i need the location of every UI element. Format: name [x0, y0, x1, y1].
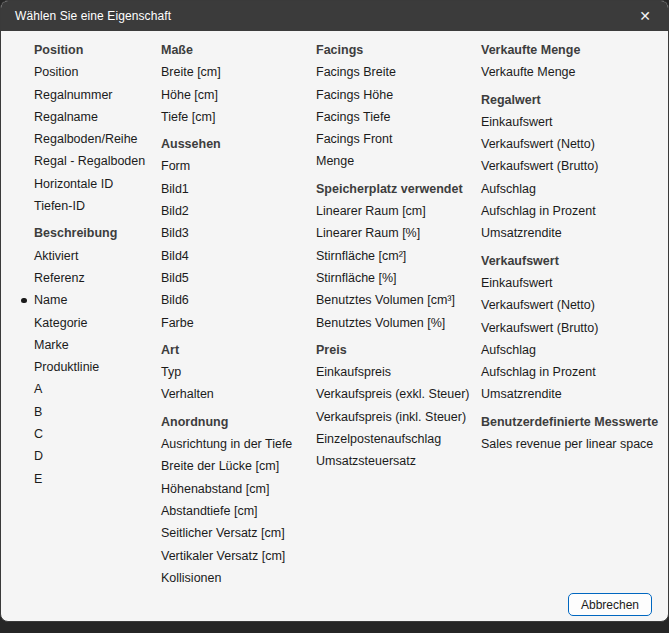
- property-item[interactable]: Bild6: [161, 289, 316, 311]
- property-item[interactable]: Bild4: [161, 245, 316, 267]
- property-item[interactable]: Verhalten: [161, 383, 316, 405]
- property-item[interactable]: Kollisionen: [161, 567, 316, 589]
- property-item[interactable]: Position: [34, 61, 161, 83]
- property-item[interactable]: Höhe [cm]: [161, 84, 316, 106]
- property-item[interactable]: Linearer Raum [%]: [316, 222, 481, 244]
- property-item[interactable]: Bild2: [161, 200, 316, 222]
- property-column: MaßeBreite [cm]Höhe [cm]Tiefe [cm]Ausseh…: [161, 39, 316, 589]
- property-item[interactable]: Kategorie: [34, 312, 161, 334]
- property-item[interactable]: Marke: [34, 334, 161, 356]
- property-item-label: Menge: [316, 154, 354, 168]
- property-item-label: Höhenabstand [cm]: [161, 482, 269, 496]
- property-item[interactable]: Aktiviert: [34, 245, 161, 267]
- property-item[interactable]: Verkaufspreis (exkl. Steuer): [316, 383, 481, 405]
- property-item[interactable]: Name: [34, 289, 161, 311]
- property-item[interactable]: Form: [161, 155, 316, 177]
- property-item[interactable]: C: [34, 423, 161, 445]
- property-item[interactable]: Stirnfläche [cm²]: [316, 245, 481, 267]
- property-item-label: Facings Tiefe: [316, 110, 390, 124]
- dialog-footer: Abbrechen: [568, 593, 652, 616]
- property-item[interactable]: Produktlinie: [34, 356, 161, 378]
- property-item-label: Verkaufspreis (exkl. Steuer): [316, 387, 470, 401]
- property-item[interactable]: Umsatzsteuersatz: [316, 450, 481, 472]
- property-item[interactable]: Menge: [316, 150, 481, 172]
- property-item[interactable]: Regal - Regalboden: [34, 150, 161, 172]
- property-item-label: Höhe [cm]: [161, 88, 218, 102]
- property-item[interactable]: Ausrichtung in der Tiefe: [161, 433, 316, 455]
- property-item[interactable]: Farbe: [161, 312, 316, 334]
- property-item[interactable]: Tiefen-ID: [34, 195, 161, 217]
- property-item[interactable]: Aufschlag in Prozent: [481, 200, 668, 222]
- group-header: Facings: [316, 39, 481, 61]
- property-item[interactable]: Facings Tiefe: [316, 106, 481, 128]
- property-item[interactable]: Tiefe [cm]: [161, 106, 316, 128]
- property-item[interactable]: Benutztes Volumen [cm³]: [316, 289, 481, 311]
- property-item[interactable]: Verkaufswert (Netto): [481, 133, 668, 155]
- property-column: PositionPositionRegalnummerRegalnameRega…: [34, 39, 161, 589]
- property-item-label: Verkaufspreis (inkl. Steuer): [316, 410, 466, 424]
- property-item[interactable]: Verkaufte Menge: [481, 61, 668, 83]
- property-item-label: Einzelpostenaufschlag: [316, 432, 441, 446]
- property-item[interactable]: Regalname: [34, 106, 161, 128]
- property-item[interactable]: Einkaufspreis: [316, 361, 481, 383]
- property-item[interactable]: Bild3: [161, 222, 316, 244]
- property-item[interactable]: E: [34, 468, 161, 490]
- property-item[interactable]: Abstandtiefe [cm]: [161, 500, 316, 522]
- property-item[interactable]: Vertikaler Versatz [cm]: [161, 545, 316, 567]
- property-item-label: Verkaufswert (Netto): [481, 298, 595, 312]
- group-header: Maße: [161, 39, 316, 61]
- property-item[interactable]: Facings Front: [316, 128, 481, 150]
- property-item[interactable]: Umsatzrendite: [481, 383, 668, 405]
- property-item[interactable]: Aufschlag: [481, 339, 668, 361]
- property-item[interactable]: Einkaufswert: [481, 272, 668, 294]
- property-item[interactable]: Verkaufswert (Brutto): [481, 317, 668, 339]
- group-header: Beschreibung: [34, 222, 161, 244]
- property-item[interactable]: Regalnummer: [34, 84, 161, 106]
- property-item[interactable]: Verkaufswert (Netto): [481, 294, 668, 316]
- property-item[interactable]: Umsatzrendite: [481, 222, 668, 244]
- property-item[interactable]: Verkaufswert (Brutto): [481, 155, 668, 177]
- property-item[interactable]: Sales revenue per linear space: [481, 433, 668, 455]
- property-item[interactable]: Aufschlag: [481, 178, 668, 200]
- property-item-label: Marke: [34, 338, 69, 352]
- property-item-label: Facings Höhe: [316, 88, 393, 102]
- property-item-label: D: [34, 449, 43, 463]
- property-item[interactable]: Linearer Raum [cm]: [316, 200, 481, 222]
- property-group: AussehenFormBild1Bild2Bild3Bild4Bild5Bil…: [161, 133, 316, 334]
- property-item[interactable]: Regalboden/Reihe: [34, 128, 161, 150]
- property-item[interactable]: Facings Höhe: [316, 84, 481, 106]
- property-item[interactable]: Höhenabstand [cm]: [161, 478, 316, 500]
- property-item-label: Ausrichtung in der Tiefe: [161, 437, 292, 451]
- property-list: PositionPositionRegalnummerRegalnameRega…: [1, 31, 668, 589]
- property-item[interactable]: Typ: [161, 361, 316, 383]
- property-item[interactable]: Verkaufspreis (inkl. Steuer): [316, 406, 481, 428]
- property-item[interactable]: Bild5: [161, 267, 316, 289]
- property-item[interactable]: B: [34, 401, 161, 423]
- property-item-label: E: [34, 472, 42, 486]
- property-group: BeschreibungAktiviertReferenzNameKategor…: [34, 222, 161, 490]
- property-item[interactable]: Referenz: [34, 267, 161, 289]
- property-item[interactable]: D: [34, 445, 161, 467]
- property-item-label: Einkaufspreis: [316, 365, 391, 379]
- property-item-label: Benutztes Volumen [cm³]: [316, 293, 455, 307]
- property-item[interactable]: Breite [cm]: [161, 61, 316, 83]
- cancel-button[interactable]: Abbrechen: [568, 593, 652, 616]
- property-item-label: Sales revenue per linear space: [481, 437, 653, 451]
- property-item-label: Farbe: [161, 316, 194, 330]
- property-item-label: Linearer Raum [%]: [316, 226, 420, 240]
- property-item[interactable]: A: [34, 378, 161, 400]
- property-item[interactable]: Horizontale ID: [34, 173, 161, 195]
- property-item[interactable]: Einzelpostenaufschlag: [316, 428, 481, 450]
- property-item[interactable]: Facings Breite: [316, 61, 481, 83]
- property-item[interactable]: Aufschlag in Prozent: [481, 361, 668, 383]
- close-icon[interactable]: ✕: [622, 1, 668, 31]
- property-item[interactable]: Bild1: [161, 178, 316, 200]
- property-item[interactable]: Stirnfläche [%]: [316, 267, 481, 289]
- property-item[interactable]: Benutztes Volumen [%]: [316, 312, 481, 334]
- group-header: Benutzerdefinierte Messwerte: [481, 411, 668, 433]
- property-item[interactable]: Seitlicher Versatz [cm]: [161, 522, 316, 544]
- property-item[interactable]: Breite der Lücke [cm]: [161, 455, 316, 477]
- property-group: Benutzerdefinierte MesswerteSales revenu…: [481, 411, 668, 456]
- property-item-label: Tiefen-ID: [34, 199, 85, 213]
- property-item[interactable]: Einkaufswert: [481, 111, 668, 133]
